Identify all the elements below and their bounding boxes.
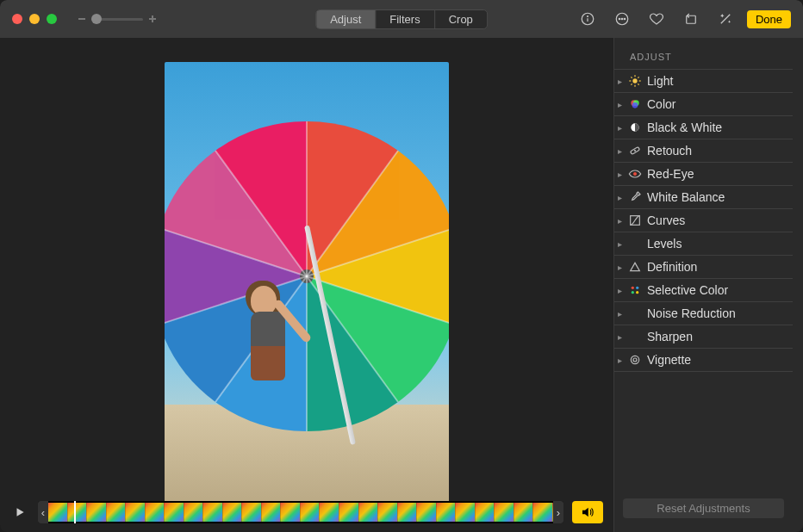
adjustment-label: Light	[647, 74, 673, 88]
svg-point-5	[587, 16, 588, 17]
panel-title: ADJUST	[614, 46, 793, 70]
svg-point-39	[632, 291, 634, 294]
svg-rect-34	[631, 244, 632, 248]
preview-container	[0, 38, 613, 532]
levels-icon	[628, 237, 642, 251]
selective-color-icon	[628, 283, 642, 297]
adjustment-label: Definition	[647, 260, 697, 274]
svg-rect-0	[78, 18, 85, 20]
retouch-icon	[628, 144, 642, 158]
chevron-right-icon: ▸	[618, 356, 628, 365]
chevron-right-icon: ▸	[618, 193, 628, 202]
zoom-track[interactable]	[91, 18, 143, 21]
audio-button[interactable]	[572, 501, 603, 523]
edit-mode-tabs: Adjust Filters Crop	[315, 9, 488, 29]
adjustment-item-vignette[interactable]: ▸Vignette	[614, 349, 793, 372]
adjustment-item-light[interactable]: ▸Light	[614, 70, 793, 93]
adjustment-item-noise-reduction[interactable]: ▸Noise Reduction	[614, 302, 793, 325]
filmstrip[interactable]	[48, 503, 553, 522]
titlebar: Adjust Filters Crop Done	[0, 0, 803, 38]
adjustment-item-sharpen[interactable]: ▸Sharpen	[614, 325, 793, 349]
adjustment-item-levels[interactable]: ▸Levels	[614, 232, 793, 256]
zoom-out-icon	[78, 15, 86, 23]
zoom-knob[interactable]	[91, 14, 102, 24]
adjustment-label: Red-Eye	[647, 167, 694, 181]
info-button[interactable]	[575, 9, 601, 29]
adjustment-item-retouch[interactable]: ▸Retouch	[614, 139, 793, 163]
adjustment-item-definition[interactable]: ▸Definition	[614, 256, 793, 279]
more-button[interactable]	[609, 9, 635, 29]
rotate-button[interactable]	[678, 9, 704, 29]
video-timeline-row: ‹ ›	[0, 501, 613, 523]
color-icon	[628, 97, 642, 111]
svg-rect-35	[634, 240, 636, 248]
chevron-right-icon: ▸	[618, 146, 628, 156]
adjustment-item-curves[interactable]: ▸Curves	[614, 209, 793, 232]
svg-point-46	[631, 356, 638, 363]
close-window-button[interactable]	[12, 14, 22, 24]
trim-start-handle[interactable]: ‹	[38, 501, 48, 523]
svg-point-45	[638, 310, 639, 312]
chevron-right-icon: ▸	[618, 286, 628, 295]
playhead[interactable]	[74, 501, 76, 523]
adjustment-label: Selective Color	[647, 283, 728, 297]
curves-icon	[628, 213, 642, 227]
adjustment-item-selective-color[interactable]: ▸Selective Color	[614, 279, 793, 302]
chevron-right-icon: ▸	[618, 216, 628, 226]
adjustment-label: White Balance	[647, 190, 725, 204]
svg-point-47	[633, 358, 637, 362]
favorite-button[interactable]	[644, 9, 669, 29]
chevron-right-icon: ▸	[618, 77, 628, 86]
svg-rect-2	[152, 15, 153, 22]
svg-point-37	[632, 287, 634, 289]
preview-area: ‹ ›	[0, 38, 613, 532]
svg-line-24	[631, 84, 632, 84]
chevron-right-icon: ▸	[618, 263, 628, 272]
adjustment-item-black-and-white[interactable]: ▸Black & White	[614, 116, 793, 139]
auto-enhance-button[interactable]	[713, 9, 738, 29]
done-button[interactable]: Done	[747, 10, 791, 28]
sharpen-icon	[628, 330, 642, 343]
reset-adjustments-button[interactable]: Reset Adjustments	[623, 498, 784, 518]
chevron-right-icon: ▸	[618, 332, 628, 342]
red-eye-icon	[628, 167, 642, 181]
tab-crop[interactable]: Crop	[435, 10, 487, 28]
tab-adjust[interactable]: Adjust	[316, 10, 376, 28]
zoom-slider[interactable]	[78, 15, 157, 23]
toolbar-right: Done	[575, 9, 791, 29]
adjust-panel: ADJUST ▸Light▸Color▸Black & White▸Retouc…	[613, 38, 803, 532]
adjustment-label: Sharpen	[647, 330, 693, 343]
svg-point-42	[635, 311, 637, 312]
chevron-right-icon: ▸	[618, 309, 628, 319]
chevron-right-icon: ▸	[618, 100, 628, 109]
minimize-window-button[interactable]	[29, 14, 40, 24]
video-timeline[interactable]: ‹ ›	[38, 501, 563, 523]
adjustment-label: Vignette	[647, 353, 691, 367]
svg-line-22	[631, 77, 632, 77]
definition-icon	[628, 260, 642, 274]
adjustment-item-color[interactable]: ▸Color	[614, 93, 793, 116]
svg-point-9	[624, 18, 626, 20]
svg-point-31	[635, 151, 636, 152]
photo-preview[interactable]	[165, 62, 449, 508]
trim-end-handle[interactable]: ›	[553, 501, 563, 523]
adjustment-label: Curves	[647, 213, 685, 227]
light-icon	[628, 74, 642, 88]
svg-point-32	[633, 172, 637, 176]
umbrella-graphic	[165, 113, 449, 440]
black-and-white-icon	[628, 121, 642, 134]
chevron-right-icon: ▸	[618, 170, 628, 179]
adjustment-item-red-eye[interactable]: ▸Red-Eye	[614, 163, 793, 186]
adjustment-label: Color	[647, 97, 675, 111]
tab-filters[interactable]: Filters	[376, 10, 434, 28]
noise-reduction-icon	[628, 306, 642, 320]
svg-point-38	[636, 287, 638, 289]
fullscreen-window-button[interactable]	[47, 14, 57, 24]
white-balance-icon	[628, 190, 642, 204]
svg-line-25	[638, 77, 638, 77]
person-graphic	[244, 284, 292, 422]
play-button[interactable]	[10, 503, 29, 522]
svg-line-23	[638, 84, 638, 84]
svg-point-40	[636, 291, 638, 294]
adjustment-item-white-balance[interactable]: ▸White Balance	[614, 186, 793, 209]
